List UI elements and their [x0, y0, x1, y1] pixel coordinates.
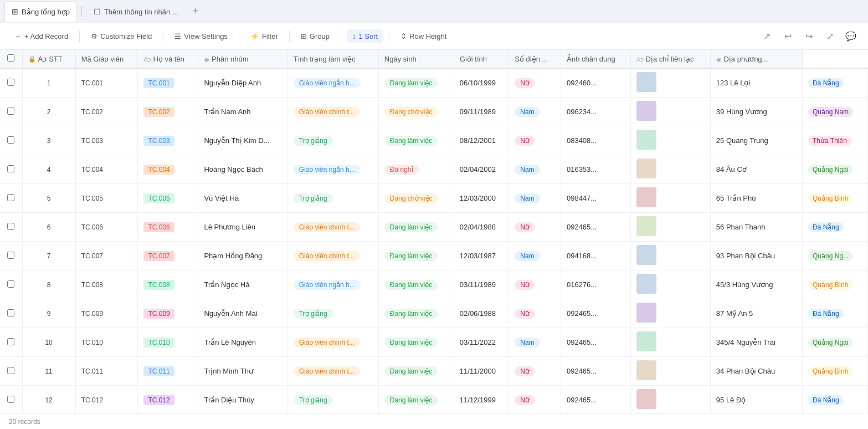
- row-checkbox[interactable]: [7, 252, 14, 259]
- toolbar-right: ↗ ↩ ↪ ⤢ 💬: [758, 28, 859, 45]
- comment-button[interactable]: 💬: [843, 28, 859, 45]
- table-row[interactable]: 3 TC.003 TC.003 Nguyễn Thị Kim D... Trợ …: [0, 126, 868, 155]
- row-ma: TC.001: [138, 68, 198, 98]
- customize-field-icon: ⚙: [91, 32, 97, 40]
- tab-grid-icon: ⊞: [12, 7, 18, 16]
- row-ma: TC.009: [138, 299, 198, 328]
- data-table-container: 🔒 Aↄ STT Mã Giáo viên Aↄ Họ và tên ◉: [0, 50, 868, 413]
- table-row[interactable]: 12 TC.012 TC.012 Trần Diệu Thúy Trợ giản…: [0, 386, 868, 414]
- row-so-dt: 016276...: [561, 270, 630, 299]
- filter-button[interactable]: ⚡ Filter: [245, 29, 284, 43]
- table-row[interactable]: 5 TC.005 TC.005 Vũ Việt Hà Trợ giảng Đan…: [0, 184, 868, 213]
- table-row[interactable]: 10 TC.010 TC.010 Trần Lê Nguyên Giáo viê…: [0, 328, 868, 357]
- table-row[interactable]: 6 TC.006 TC.006 Lê Phương Liên Giáo viên…: [0, 213, 868, 242]
- row-checkbox[interactable]: [7, 136, 14, 144]
- row-checkbox-cell: [0, 386, 22, 414]
- sort-button[interactable]: ↕ 1 Sort: [347, 29, 383, 43]
- add-record-button[interactable]: ＋ + Add Record: [9, 29, 74, 44]
- row-checkbox-cell: [0, 68, 22, 98]
- row-so-dt: 083408...: [561, 126, 630, 155]
- row-so-dt: 092465...: [561, 357, 630, 386]
- row-ngay-sinh: 09/11/1989: [454, 98, 509, 126]
- row-tinh-trang: Đã nghỉ: [378, 155, 454, 184]
- table-row[interactable]: 2 TC.002 TC.002 Trần Nam Anh Giáo viên c…: [0, 98, 868, 126]
- row-phan-nhom: Giáo viên ngắn h...: [287, 270, 378, 299]
- row-ho-ten: Nguyễn Diệp Anh: [198, 68, 287, 98]
- tab-them-thong-tin[interactable]: ☐ Thêm thông tin nhân ...: [86, 1, 186, 22]
- row-checkbox[interactable]: [7, 194, 14, 201]
- row-gioi-tinh: Nam: [509, 242, 561, 270]
- row-phan-nhom: Giáo viên chính t...: [287, 213, 378, 242]
- customize-field-label: Customize Field: [100, 32, 152, 40]
- expand-button[interactable]: ⤢: [821, 28, 838, 45]
- share-button[interactable]: ↗: [758, 28, 775, 45]
- row-checkbox[interactable]: [7, 338, 14, 345]
- row-stt: TC.007: [75, 242, 138, 270]
- row-so-dt: 098447...: [561, 184, 630, 213]
- view-settings-icon: ☰: [174, 32, 181, 40]
- table-body: 1 TC.001 TC.001 Nguyễn Diệp Anh Giáo viê…: [0, 68, 868, 413]
- row-checkbox[interactable]: [7, 280, 14, 288]
- toolbar-divider-6: [389, 31, 389, 42]
- row-phan-nhom: Giáo viên ngắn h...: [287, 155, 378, 184]
- row-anh: [630, 328, 710, 357]
- th-ma-giao-vien: Mã Giáo viên: [75, 50, 138, 68]
- row-phan-nhom: Trợ giảng: [287, 184, 378, 213]
- row-checkbox[interactable]: [7, 396, 14, 403]
- row-checkbox[interactable]: [7, 223, 14, 230]
- row-checkbox[interactable]: [7, 79, 14, 86]
- row-stt: TC.004: [75, 155, 138, 184]
- tab-bang-tong-hop[interactable]: ⊞ Bảng tổng hợp: [4, 1, 77, 22]
- row-ngay-sinh: 11/12/1999: [454, 386, 509, 414]
- row-dia-chi: 345/4 Nguyễn Trãi: [710, 328, 802, 357]
- add-tab-button[interactable]: +: [188, 4, 203, 19]
- row-dia-chi: 123 Lê Lợi: [710, 68, 802, 98]
- row-ma: TC.012: [138, 386, 198, 414]
- tab-bar: ⊞ Bảng tổng hợp ☐ Thêm thông tin nhân ..…: [0, 0, 868, 23]
- th-stt-label: STT: [49, 55, 63, 63]
- group-button[interactable]: ⊞ Group: [295, 29, 335, 43]
- undo-button[interactable]: ↩: [779, 28, 796, 45]
- row-height-button[interactable]: ⇕ Row Height: [395, 29, 452, 43]
- row-gioi-tinh: Nữ: [509, 357, 561, 386]
- data-table: 🔒 Aↄ STT Mã Giáo viên Aↄ Họ và tên ◉: [0, 50, 868, 413]
- row-checkbox[interactable]: [7, 309, 14, 316]
- row-phan-nhom: Trợ giảng: [287, 126, 378, 155]
- row-checkbox-cell: [0, 357, 22, 386]
- row-dia-chi: 56 Phan Thanh: [710, 213, 802, 242]
- table-row[interactable]: 8 TC.008 TC.008 Trần Ngọc Hà Giáo viên n…: [0, 270, 868, 299]
- row-ngay-sinh: 02/04/1988: [454, 213, 509, 242]
- table-row[interactable]: 7 TC.007 TC.007 Phạm Hồng Đăng Giáo viên…: [0, 242, 868, 270]
- table-row[interactable]: 9 TC.009 TC.009 Nguyễn Anh Mai Trợ giảng…: [0, 299, 868, 328]
- row-checkbox[interactable]: [7, 108, 14, 115]
- filter-label: Filter: [262, 32, 278, 40]
- customize-field-button[interactable]: ⚙ Customize Field: [85, 29, 157, 43]
- row-ngay-sinh: 03/11/1989: [454, 270, 509, 299]
- table-row[interactable]: 1 TC.001 TC.001 Nguyễn Diệp Anh Giáo viê…: [0, 68, 868, 98]
- select-all-checkbox[interactable]: [7, 54, 14, 62]
- row-stt: TC.001: [75, 68, 138, 98]
- row-so-dt: 092465...: [561, 213, 630, 242]
- row-anh: [630, 213, 710, 242]
- row-dia-phuong: Quảng Bình: [803, 184, 868, 213]
- row-ma: TC.010: [138, 328, 198, 357]
- row-num: 2: [22, 98, 75, 126]
- row-tinh-trang: Đang làm việc: [378, 213, 454, 242]
- view-settings-label: View Settings: [184, 32, 228, 40]
- row-checkbox-cell: [0, 270, 22, 299]
- row-num: 8: [22, 270, 75, 299]
- row-anh: [630, 184, 710, 213]
- row-num: 4: [22, 155, 75, 184]
- redo-button[interactable]: ↪: [800, 28, 817, 45]
- row-checkbox[interactable]: [7, 367, 14, 374]
- row-tinh-trang: Đang làm việc: [378, 299, 454, 328]
- row-stt: TC.006: [75, 213, 138, 242]
- view-settings-button[interactable]: ☰ View Settings: [169, 29, 233, 43]
- th-so-dt-label: Số điện ...: [515, 55, 548, 63]
- row-phan-nhom: Giáo viên chính t...: [287, 242, 378, 270]
- table-row[interactable]: 4 TC.004 TC.004 Hoàng Ngọc Bách Giáo viê…: [0, 155, 868, 184]
- row-ho-ten: Trần Diệu Thúy: [198, 386, 287, 414]
- table-row[interactable]: 11 TC.011 TC.011 Trịnh Minh Thư Giáo viê…: [0, 357, 868, 386]
- tab-bang-tong-hop-label: Bảng tổng hợp: [22, 8, 70, 16]
- row-checkbox[interactable]: [7, 165, 14, 172]
